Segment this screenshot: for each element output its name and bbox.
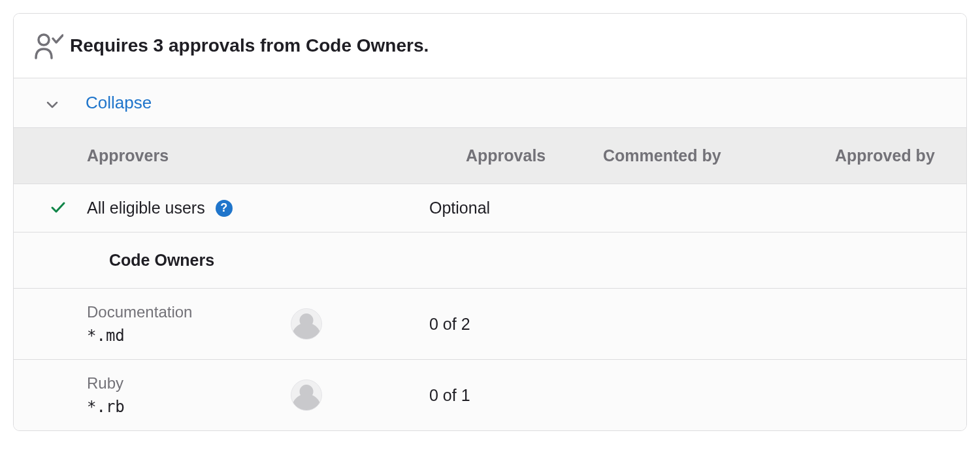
section-title: Code Owners [109,251,945,270]
table-row: All eligible users ? Optional [14,184,966,232]
table-row: Documentation *.md 0 of 2 [14,289,966,360]
check-icon [50,199,66,217]
table-header: Approvers Approvals Commented by Approve… [14,128,966,184]
status-cell [50,199,87,217]
col-approvals: Approvals [466,146,603,165]
approvals-cell: 0 of 2 [429,315,566,334]
table-row: Ruby *.rb 0 of 1 [14,360,966,430]
codeowner-info: Ruby *.rb [87,374,291,416]
panel-header: Requires 3 approvals from Code Owners. [14,14,966,78]
codeowner-info: Documentation *.md [87,303,291,345]
panel-title: Requires 3 approvals from Code Owners. [70,35,429,56]
avatar[interactable] [291,308,322,340]
user-approved-icon [35,33,56,58]
collapse-link[interactable]: Collapse [86,93,152,113]
approvals-panel: Requires 3 approvals from Code Owners. C… [13,13,967,431]
col-approved: Approved by [835,146,945,165]
svg-point-0 [39,35,49,45]
approvals-cell: Optional [429,199,566,217]
codeowner-pattern: *.rb [87,398,291,416]
help-icon[interactable]: ? [216,200,233,217]
approvers-cell: All eligible users ? [87,199,429,217]
codeowner-name: Documentation [87,303,291,321]
avatar[interactable] [291,379,322,411]
approvals-cell: 0 of 1 [429,386,566,405]
collapse-row[interactable]: Collapse [14,78,966,128]
codeowner-name: Ruby [87,374,291,393]
col-commented: Commented by [603,146,835,165]
chevron-down-icon [46,94,58,112]
codeowner-pattern: *.md [87,327,291,345]
avatar-cell [291,308,429,340]
eligible-users-label: All eligible users [87,199,205,217]
avatar-cell [291,379,429,411]
col-approvers: Approvers [87,146,466,165]
codeowners-section: Code Owners [14,232,966,289]
